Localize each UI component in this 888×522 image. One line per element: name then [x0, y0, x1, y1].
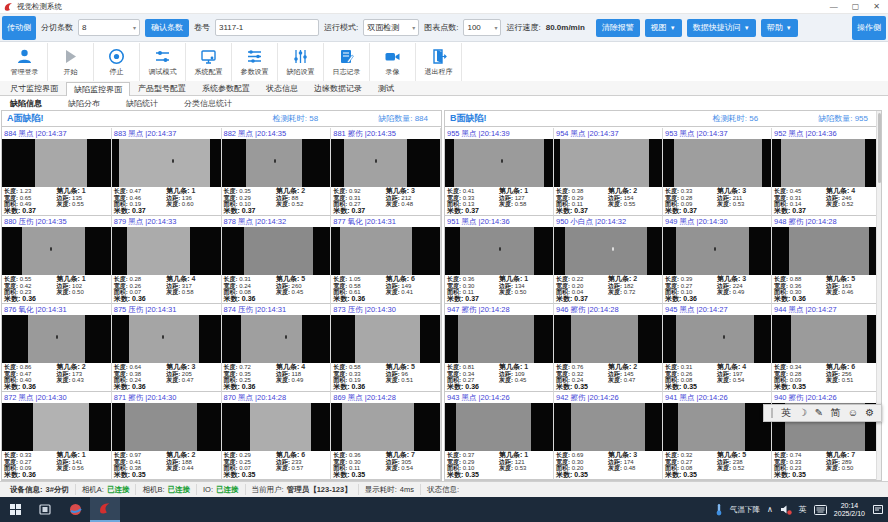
start-button[interactable]: 开始 — [48, 43, 94, 81]
defect-image[interactable] — [331, 403, 440, 451]
defect-cell[interactable]: 878黑点|20:14:32长度: 0.31宽度: 0.24面积: 0.08米数… — [222, 216, 332, 304]
defect-image[interactable] — [112, 403, 221, 451]
keyboard-icon[interactable] — [814, 505, 827, 515]
defect-image[interactable] — [112, 139, 221, 187]
defect-settings-button[interactable]: 缺陷设置 — [278, 43, 324, 81]
data-quick-access-menu-button[interactable]: 数据快捷访问▼ — [687, 19, 756, 37]
minimize-button[interactable]: — — [830, 1, 838, 13]
chart-points-select[interactable]: 100 ▾ — [463, 19, 501, 36]
debug-mode-button[interactable]: 调试模式 — [140, 43, 186, 81]
video-record-button[interactable]: 录像 — [370, 43, 416, 81]
defect-cell[interactable]: 884黑点|20:14:37长度: 1.23宽度: 0.65面积: 0.49米数… — [2, 128, 112, 216]
ime-english-mode[interactable]: 英 — [781, 405, 791, 421]
defect-cell[interactable]: 945黑点|20:14:27长度: 0.31宽度: 0.26面积: 0.08米数… — [663, 304, 772, 392]
defect-image[interactable] — [2, 227, 111, 275]
defect-cell[interactable]: 955黑点|20:14:39长度: 0.41宽度: 0.33面积: 0.13米数… — [445, 128, 554, 216]
defect-image[interactable] — [222, 227, 331, 275]
emoji-icon[interactable]: ☺ — [848, 405, 858, 421]
task-view-button[interactable] — [30, 497, 60, 522]
defect-image[interactable] — [554, 227, 662, 275]
defect-cell[interactable]: 880压伤|20:14:35长度: 0.55宽度: 0.42面积: 0.23米数… — [2, 216, 112, 304]
help-menu-button[interactable]: 帮助▼ — [761, 19, 798, 37]
defect-cell[interactable]: 881擦伤|20:14:35长度: 0.92宽度: 0.31面积: 0.27米数… — [331, 128, 441, 216]
defect-image[interactable] — [445, 315, 553, 363]
defect-cell[interactable]: 949黑点|20:14:30长度: 0.39宽度: 0.27面积: 0.10米数… — [663, 216, 772, 304]
defect-image[interactable] — [663, 315, 771, 363]
defect-cell[interactable]: 944黑点|20:14:27长度: 0.34宽度: 0.28面积: 0.09米数… — [772, 304, 881, 392]
defect-cell[interactable]: 943黑点|20:14:26长度: 0.37宽度: 0.29面积: 0.10米数… — [445, 392, 554, 480]
roll-number-input[interactable] — [215, 19, 319, 36]
tab-status-info[interactable]: 状态信息 — [258, 81, 306, 95]
subtab-defect-distribution[interactable]: 缺陷分布 — [68, 98, 100, 109]
start-menu-button[interactable] — [0, 497, 30, 522]
clear-alarm-button[interactable]: 清除报警 — [596, 19, 640, 37]
defect-image[interactable] — [663, 227, 771, 275]
moon-icon[interactable]: ☽ — [798, 405, 807, 421]
defect-image[interactable] — [2, 139, 111, 187]
maximize-button[interactable]: ▢ — [852, 1, 860, 13]
operate-side-button[interactable]: 操作侧 — [852, 16, 886, 40]
stop-button[interactable]: 停止 — [94, 43, 140, 81]
tab-size-monitor[interactable]: 尺寸监控界面 — [2, 81, 66, 95]
defect-image[interactable] — [2, 315, 111, 363]
thermometer-icon[interactable] — [715, 503, 723, 516]
defect-cell[interactable]: 952黑点|20:14:36长度: 0.45宽度: 0.31面积: 0.14米数… — [772, 128, 881, 216]
defect-image[interactable] — [331, 139, 440, 187]
defect-cell[interactable]: 946擦伤|20:14:28长度: 0.76宽度: 0.32面积: 0.24米数… — [554, 304, 663, 392]
exit-program-button[interactable]: 退出程序 — [416, 43, 462, 81]
defect-cell[interactable]: 871擦伤|20:14:30长度: 0.97宽度: 0.41面积: 0.38米数… — [112, 392, 222, 480]
defect-image[interactable] — [222, 315, 331, 363]
defect-cell[interactable]: 953黑点|20:14:37长度: 0.33宽度: 0.28面积: 0.09米数… — [663, 128, 772, 216]
pen-icon[interactable]: ✎ — [815, 405, 823, 421]
defect-cell[interactable]: 869黑点|20:14:28长度: 0.36宽度: 0.30面积: 0.11米数… — [331, 392, 441, 480]
defect-cell[interactable]: 951黑点|20:14:36长度: 0.36宽度: 0.30面积: 0.11米数… — [445, 216, 554, 304]
defect-cell[interactable]: 948擦伤|20:14:28长度: 0.88宽度: 0.36面积: 0.30米数… — [772, 216, 881, 304]
subtab-class-info-statistics[interactable]: 分类信息统计 — [184, 98, 232, 109]
gear-icon[interactable]: ⚙ — [865, 405, 874, 421]
defect-cell[interactable]: 875压伤|20:14:31长度: 0.64宽度: 0.38面积: 0.24米数… — [112, 304, 222, 392]
defect-image[interactable] — [331, 315, 440, 363]
defect-image[interactable] — [663, 403, 771, 451]
ime-indicator[interactable]: 英 — [799, 504, 807, 515]
defect-image[interactable] — [445, 403, 553, 451]
ime-simplified-mode[interactable]: 简 — [830, 405, 840, 421]
defect-image[interactable] — [445, 227, 553, 275]
taskbar-app-browser[interactable] — [60, 497, 90, 522]
defect-image[interactable] — [772, 139, 880, 187]
defect-image[interactable] — [112, 315, 221, 363]
defect-cell[interactable]: 883黑点|20:14:37长度: 0.47宽度: 0.46面积: 0.19米数… — [112, 128, 222, 216]
chevron-up-icon[interactable]: ∧ — [767, 505, 773, 514]
defect-cell[interactable]: 873压伤|20:14:30长度: 0.58宽度: 0.33面积: 0.19米数… — [331, 304, 441, 392]
volume-icon[interactable] — [780, 504, 792, 515]
defect-cell[interactable]: 872黑点|20:14:30长度: 0.33宽度: 0.27面积: 0.09米数… — [2, 392, 112, 480]
defect-cell[interactable]: 879黑点|20:14:33长度: 0.28宽度: 0.26面积: 0.07米数… — [112, 216, 222, 304]
taskbar-clock[interactable]: 20:14 2025/2/10 — [834, 502, 865, 518]
defect-cell[interactable]: 947擦伤|20:14:28长度: 0.81宽度: 0.34面积: 0.27米数… — [445, 304, 554, 392]
defect-image[interactable] — [445, 139, 553, 187]
defect-cell[interactable]: 941黑点|20:14:26长度: 0.32宽度: 0.27面积: 0.08米数… — [663, 392, 772, 480]
system-config-button[interactable]: 系统配置 — [186, 43, 232, 81]
defect-cell[interactable]: 876氧化|20:14:31长度: 0.86宽度: 0.47面积: 0.40米数… — [2, 304, 112, 392]
run-mode-select[interactable]: 双面检测 ▾ — [363, 19, 419, 36]
defect-image[interactable] — [772, 227, 880, 275]
tab-test[interactable]: 测试 — [370, 81, 402, 95]
defect-cell[interactable]: 870黑点|20:14:28长度: 0.29宽度: 0.25面积: 0.07米数… — [222, 392, 332, 480]
weather-status[interactable]: 气温下降 — [730, 505, 760, 515]
defect-image[interactable] — [554, 139, 662, 187]
defect-image[interactable] — [222, 139, 331, 187]
subtab-defect-statistics[interactable]: 缺陷统计 — [126, 98, 158, 109]
defect-image[interactable] — [554, 315, 662, 363]
drive-side-button[interactable]: 传动侧 — [2, 16, 36, 40]
defect-cell[interactable]: 874压伤|20:14:31长度: 0.72宽度: 0.35面积: 0.25米数… — [222, 304, 332, 392]
defect-cell[interactable]: 882黑点|20:14:35长度: 0.35宽度: 0.29面积: 0.10米数… — [222, 128, 332, 216]
tab-defect-monitor[interactable]: 缺陷监控界面 — [66, 82, 130, 96]
close-button[interactable]: ✕ — [873, 1, 880, 13]
tab-system-param-config[interactable]: 系统参数配置 — [194, 81, 258, 95]
defect-image[interactable] — [112, 227, 221, 275]
defect-cell[interactable]: 877氧化|20:14:31长度: 1.05宽度: 0.58面积: 0.61米数… — [331, 216, 441, 304]
tab-edge-data-record[interactable]: 边缘数据记录 — [306, 81, 370, 95]
defect-image[interactable] — [554, 403, 662, 451]
defect-image[interactable] — [772, 315, 880, 363]
view-menu-button[interactable]: 视图▼ — [645, 19, 682, 37]
confirm-count-button[interactable]: 确认条数 — [145, 19, 189, 37]
